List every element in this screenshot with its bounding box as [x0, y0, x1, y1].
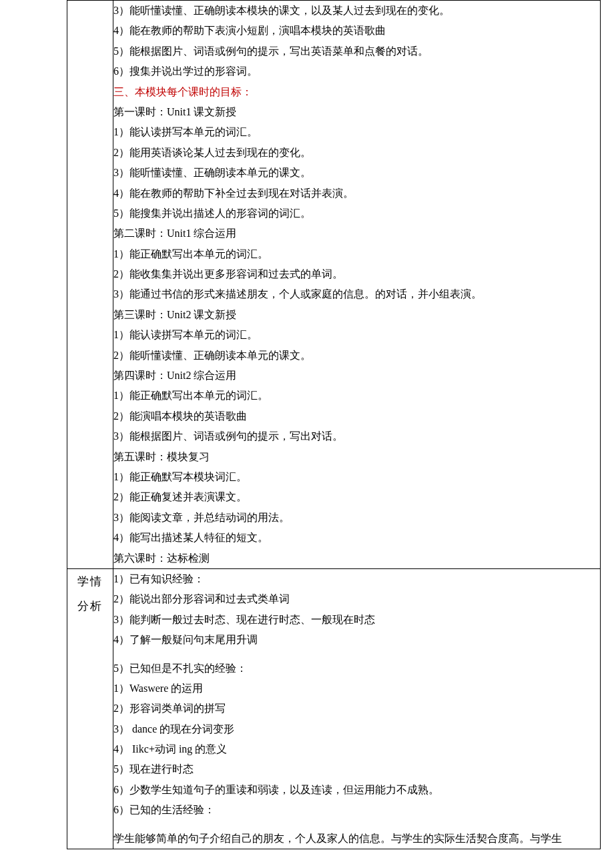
- text-line: 5）能根据图片、词语或例句的提示，写出英语菜单和点餐的对话。: [113, 41, 600, 61]
- text-line: 2）能正确复述并表演课文。: [113, 487, 600, 507]
- text-line: 3）能根据图片、词语或例句的提示，写出对话。: [113, 426, 600, 446]
- text-line: 1）已有知识经验：: [113, 569, 600, 589]
- lesson-title: 第五课时：模块复习: [113, 447, 600, 467]
- document-table: 3）能听懂读懂、正确朗读本模块的课文，以及某人过去到现在的变化。 4）能在教师的…: [67, 0, 601, 849]
- text-line: 4）能在教师的帮助下补全过去到现在对话并表演。: [113, 183, 600, 203]
- text-line: 3）能听懂读懂、正确朗读本模块的课文，以及某人过去到现在的变化。: [113, 1, 600, 21]
- text-line: 4）了解一般疑问句末尾用升调: [113, 630, 600, 650]
- text-line: 1）能正确默写出本单元的词汇。: [113, 386, 600, 406]
- text-line: 1）能认读拼写本单元的词汇。: [113, 122, 600, 142]
- text-line: 3）能阅读文章，并总结动词的用法。: [113, 508, 600, 528]
- text-line: 1）能正确默写本模块词汇。: [113, 467, 600, 487]
- label-text-line1: 学情: [67, 569, 113, 594]
- lesson-title: 第一课时：Unit1 课文新授: [113, 102, 600, 122]
- section1-content-cell: 3）能听懂读懂、正确朗读本模块的课文，以及某人过去到现在的变化。 4）能在教师的…: [113, 1, 601, 569]
- text-line: 2）能说出部分形容词和过去式类单词: [113, 589, 600, 609]
- lesson-title: 第三课时：Unit2 课文新授: [113, 305, 600, 325]
- text-line: 3）能判断一般过去时态、现在进行时态、一般现在时态: [113, 610, 600, 630]
- text-line: 5）能搜集并说出描述人的形容词的词汇。: [113, 203, 600, 224]
- text-line: 学生能够简单的句子介绍自己的朋友，个人及家人的信息。与学生的实际生活契合度高。与…: [113, 829, 600, 849]
- text-line: 4） Iikc+动词 ing 的意义: [113, 739, 600, 759]
- section1-label-cell: [67, 1, 113, 569]
- section-heading: 三、本模块每个课时的目标：: [113, 82, 600, 102]
- text-line: 2）能用英语谈论某人过去到现在的变化。: [113, 143, 600, 163]
- section2-label-cell: 学情 分析: [67, 568, 113, 849]
- text-line: 6）少数学生知道句子的重读和弱读，以及连读，但运用能力不成熟。: [113, 780, 600, 800]
- text-line: 2）能收集集并说出更多形容词和过去式的单词。: [113, 264, 600, 284]
- lesson-title: 第二课时：Unit1 综合运用: [113, 224, 600, 244]
- text-line: 1）能认读拼写本单元的词汇。: [113, 325, 600, 345]
- text-line: 1）能正确默写出本单元的词汇。: [113, 244, 600, 264]
- text-line: 1）Waswere 的运用: [113, 679, 600, 699]
- text-line: 6）搜集并说出学过的形容词。: [113, 61, 600, 81]
- text-line: 2）能演唱本模块的英语歌曲: [113, 406, 600, 426]
- section2-content-cell: 1）已有知识经验： 2）能说出部分形容词和过去式类单词 3）能判断一般过去时态、…: [113, 568, 601, 849]
- lesson-title: 第四课时：Unit2 综合运用: [113, 366, 600, 386]
- text-line: 3）能通过书信的形式来描述朋友，个人或家庭的信息。的对话，并小组表演。: [113, 284, 600, 304]
- text-line: 3） dance 的现在分词变形: [113, 719, 600, 739]
- label-text-line2: 分析: [67, 594, 113, 618]
- text-line: 2）能听懂读懂、正确朗读本单元的课文。: [113, 346, 600, 366]
- text-line: 4）能写出描述某人特征的短文。: [113, 528, 600, 548]
- text-line: 2）形容词类单词的拼写: [113, 699, 600, 719]
- blank-line: [113, 821, 600, 829]
- text-line: 5）已知但是不扎实的经验：: [113, 659, 600, 679]
- text-line: 5）现在进行时态: [113, 759, 600, 779]
- text-line: 3）能听懂读懂、正确朗读本单元的课文。: [113, 163, 600, 183]
- blank-line: [113, 650, 600, 659]
- lesson-title: 第六课时：达标检测: [113, 548, 600, 568]
- text-line: 6）已知的生活经验：: [113, 800, 600, 820]
- text-line: 4）能在教师的帮助下表演小短剧，演唱本模块的英语歌曲: [113, 21, 600, 41]
